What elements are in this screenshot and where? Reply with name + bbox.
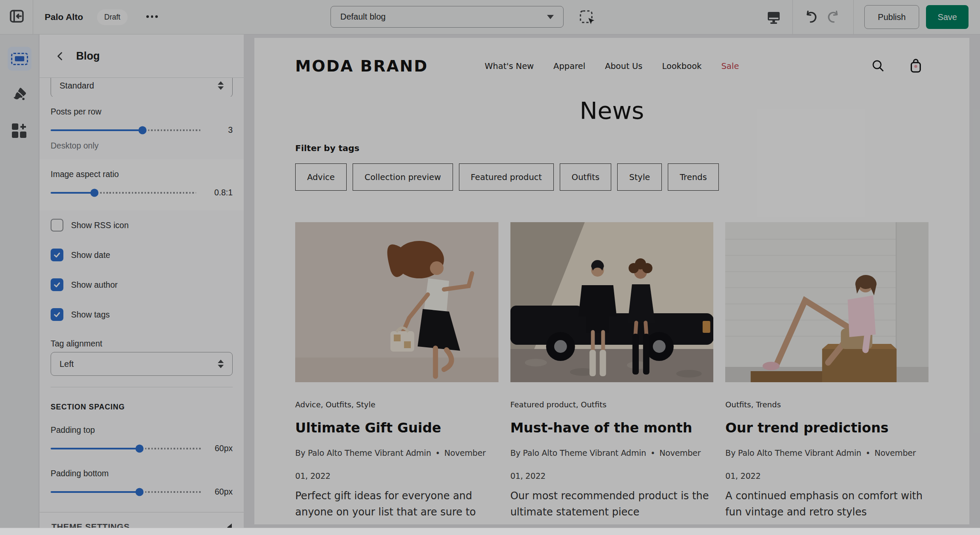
checkbox-label: Show date	[71, 250, 110, 260]
image-aspect-ratio-slider: 0.8:1	[51, 188, 233, 197]
tag-alignment-value: Left	[60, 359, 74, 369]
theme-name: Palo Alto	[45, 0, 83, 34]
slider-knob[interactable]	[138, 126, 146, 134]
cart-bag-icon[interactable]	[908, 57, 923, 74]
apps-icon	[12, 123, 27, 139]
desktop-only-helper: Desktop only	[51, 141, 233, 151]
theme-editor: Palo Alto Draft Default blog	[0, 0, 980, 535]
nav-about-us[interactable]: About Us	[605, 61, 642, 71]
chevron-down-icon	[547, 15, 554, 19]
theme-settings-tab[interactable]	[8, 83, 31, 107]
nav-sale[interactable]: Sale	[721, 61, 739, 71]
blog-style-select-cropped: Standard	[51, 78, 233, 97]
section-settings-panel: Blog Standard Posts per row 3 Desktop on…	[40, 34, 244, 528]
sections-icon	[11, 53, 28, 65]
blog-style-value: Standard	[60, 81, 94, 91]
padding-bottom-label: Padding bottom	[51, 469, 233, 478]
apps-tab[interactable]	[8, 119, 31, 143]
tag-alignment-select[interactable]: Left	[51, 352, 233, 376]
exit-icon	[8, 7, 26, 27]
blog-post-card: Advice, Outfits, Style Ultimate Gift Gui…	[295, 222, 499, 521]
padding-top-value: 60px	[205, 443, 233, 453]
padding-top-label: Padding top	[51, 425, 233, 435]
checkbox-icon	[51, 308, 63, 321]
post-photo-classic-car[interactable]	[510, 222, 714, 382]
redo-button[interactable]	[825, 9, 842, 26]
panel-header: Blog	[40, 34, 244, 78]
blog-post-card: Outfits, Trends Our trend predictions By…	[725, 222, 929, 521]
nav-lookbook[interactable]: Lookbook	[662, 61, 701, 71]
checkbox-icon	[51, 249, 63, 261]
top-bar-actions: Publish Save	[765, 0, 969, 34]
post-title[interactable]: Must-have of the month	[510, 420, 714, 435]
tag-filter-collection-preview[interactable]: Collection preview	[353, 163, 453, 191]
checkbox-label: Show author	[71, 280, 118, 290]
search-icon[interactable]	[871, 59, 885, 73]
slider-track[interactable]	[51, 448, 201, 449]
toggle-list: Show RSS icon Show date Show author Show…	[40, 219, 244, 321]
image-aspect-ratio-value: 0.8:1	[200, 188, 233, 197]
post-tags[interactable]: Featured product, Outfits	[510, 400, 714, 409]
select-section-tool-button[interactable]	[578, 9, 596, 26]
undo-button[interactable]	[802, 9, 819, 26]
posts-per-row-label: Posts per row	[51, 107, 233, 117]
select-updown-icon	[218, 360, 224, 368]
tag-filter-trends[interactable]: Trends	[668, 163, 719, 191]
more-options-button[interactable]	[146, 15, 158, 18]
post-byline: By Palo Alto Theme Vibrant Admin•Novembe…	[295, 441, 499, 487]
show-author-checkbox[interactable]: Show author	[51, 278, 233, 291]
post-byline: By Palo Alto Theme Vibrant Admin•Novembe…	[510, 441, 714, 487]
back-button[interactable]	[55, 51, 66, 62]
tag-filter-outfits[interactable]: Outfits	[560, 163, 611, 191]
window-bottom-strip	[0, 528, 980, 535]
checkbox-icon	[51, 219, 63, 232]
padding-bottom-value: 60px	[205, 487, 233, 497]
tag-alignment-label: Tag alignment	[51, 339, 233, 349]
tag-filter-featured-product[interactable]: Featured product	[459, 163, 554, 191]
slider-knob[interactable]	[135, 488, 143, 496]
show-rss-icon-checkbox[interactable]: Show RSS icon	[51, 219, 233, 232]
header-icons	[871, 57, 923, 74]
nav-apparel[interactable]: Apparel	[553, 61, 585, 71]
show-tags-checkbox[interactable]: Show tags	[51, 308, 233, 321]
blog-selector-value: Default blog	[340, 12, 386, 22]
tag-filter-advice[interactable]: Advice	[295, 163, 347, 191]
slider-knob[interactable]	[135, 444, 143, 452]
post-title[interactable]: Our trend predictions	[725, 420, 929, 435]
store-logo[interactable]: MODA BRAND	[295, 57, 428, 75]
post-author: By Palo Alto Theme Vibrant Admin	[510, 448, 647, 458]
desktop-preview-icon[interactable]	[765, 9, 782, 26]
post-excerpt: A continued emphasis on comfort with fun…	[725, 488, 929, 521]
slider-track[interactable]	[51, 491, 201, 493]
publish-button[interactable]: Publish	[864, 5, 920, 29]
post-title[interactable]: Ultimate Gift Guide	[295, 420, 499, 435]
slider-track[interactable]	[51, 129, 201, 131]
padding-bottom-slider: 60px	[51, 487, 233, 497]
blog-template-selector[interactable]: Default blog	[330, 6, 564, 28]
nav-whats-new[interactable]: What's New	[485, 61, 534, 71]
sections-tab[interactable]	[8, 47, 31, 71]
exit-editor-button[interactable]	[0, 0, 33, 34]
show-date-checkbox[interactable]: Show date	[51, 249, 233, 261]
post-photo-pink-cardigan[interactable]	[725, 222, 929, 382]
section-spacing-heading: SECTION SPACING	[51, 403, 233, 412]
byline-separator: •	[436, 448, 440, 458]
blog-style-select[interactable]: Standard	[51, 78, 233, 97]
post-excerpt: Our most recommended product is the ulti…	[510, 488, 714, 521]
slider-track[interactable]	[51, 192, 196, 194]
post-author: By Palo Alto Theme Vibrant Admin	[725, 448, 861, 458]
paintbrush-icon	[11, 86, 28, 104]
tag-filter-style[interactable]: Style	[617, 163, 662, 191]
slider-knob[interactable]	[90, 189, 98, 197]
post-tags[interactable]: Advice, Outfits, Style	[295, 400, 499, 409]
store-nav: What's New Apparel About Us Lookbook Sal…	[485, 61, 739, 71]
post-byline: By Palo Alto Theme Vibrant Admin•Novembe…	[725, 441, 929, 487]
post-excerpt: Perfect gift ideas for everyone and anyo…	[295, 488, 499, 521]
save-button[interactable]: Save	[926, 5, 969, 29]
padding-top-slider: 60px	[51, 443, 233, 453]
post-tags[interactable]: Outfits, Trends	[725, 400, 929, 409]
select-updown-icon	[218, 81, 224, 90]
post-photo-running-model[interactable]	[295, 222, 499, 382]
panel-title: Blog	[76, 50, 100, 62]
top-bar: Palo Alto Draft Default blog	[0, 0, 980, 34]
